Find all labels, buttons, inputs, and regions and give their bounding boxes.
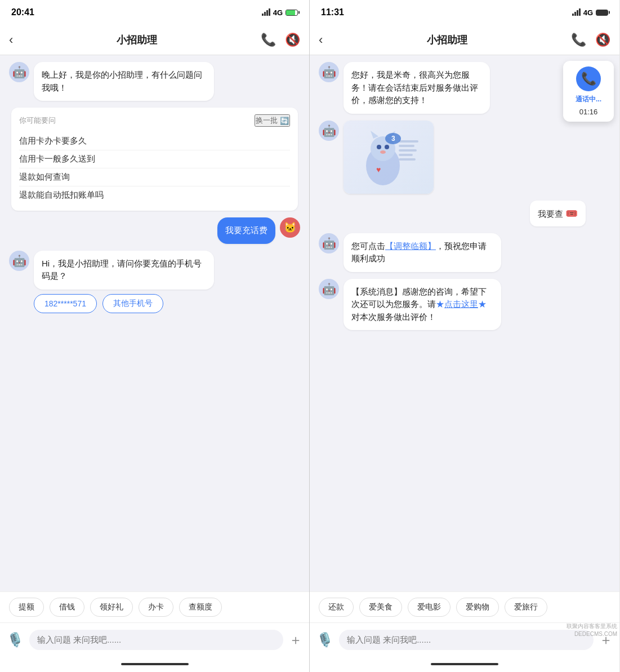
- left-nav-icons: 📞 🔇: [261, 33, 300, 47]
- left-user-bubble: 我要充话费: [217, 217, 275, 244]
- right-link-text1: 您可点击: [351, 241, 385, 251]
- svg-rect-11: [399, 158, 416, 161]
- left-status-icons: 4G: [262, 8, 298, 17]
- right-call-card[interactable]: 📞 通话中... 01:16: [563, 61, 614, 122]
- right-network-label: 4G: [583, 8, 593, 17]
- left-refresh-button[interactable]: 换一批 🔄: [255, 114, 290, 127]
- svg-point-5: [385, 145, 389, 149]
- left-home-bar: [121, 663, 189, 665]
- right-partial-icon: 🎟️: [565, 208, 578, 219]
- right-quick-btn-3[interactable]: 爱购物: [456, 598, 499, 617]
- left-back-button[interactable]: ‹: [9, 33, 13, 47]
- left-refresh-icon: 🔄: [280, 117, 289, 125]
- svg-point-4: [377, 145, 381, 149]
- left-suggestion-item-2[interactable]: 信用卡一般多久送到: [19, 150, 290, 168]
- left-quick-btn-0[interactable]: 提额: [9, 598, 44, 617]
- left-quick-btn-2[interactable]: 领好礼: [90, 598, 133, 617]
- right-status-bar: 11:31 4G: [310, 0, 619, 25]
- left-suggestion-item-1[interactable]: 信用卡办卡要多久: [19, 132, 290, 150]
- left-bot-avatar-1: 🤖: [9, 62, 29, 82]
- left-nav-title: 小招助理: [117, 33, 157, 47]
- left-battery-fill: [286, 10, 295, 15]
- left-bot-greeting-bubble: 晚上好，我是你的小招助理，有什么问题问我哦！: [34, 62, 214, 101]
- right-quick-btn-1[interactable]: 爱美食: [359, 598, 402, 617]
- right-bot-avatar-3: 🤖: [319, 233, 339, 253]
- left-phone-panel: 20:41 4G ‹ 小招助理 📞 🔇 🤖 晚上好，我是你的小招助理，有: [0, 0, 310, 672]
- right-call-label: 通话中...: [576, 95, 601, 104]
- watermark-line2: DEDECMS.COM: [567, 630, 617, 638]
- right-time: 11:31: [321, 7, 344, 17]
- left-suggestion-item-3[interactable]: 退款如何查询: [19, 168, 290, 186]
- right-bot-system-row: 🤖 【系统消息】感谢您的咨询，希望下次还可以为您服务。请★点击这里★对本次服务做…: [319, 279, 610, 331]
- svg-rect-9: [399, 149, 417, 152]
- left-suggestions-section: 你可能要问 换一批 🔄 信用卡办卡要多久 信用卡一般多久送到 退款如何查询 退款…: [11, 108, 298, 211]
- right-home-bar: [431, 663, 498, 665]
- left-quick-btn-3[interactable]: 办卡: [139, 598, 173, 617]
- right-battery-fill: [596, 10, 608, 15]
- right-bot-greeting-bubble: 您好，我是米奇，很高兴为您服务！请在会话结束后对服务做出评价，感谢您的支持！: [344, 62, 490, 114]
- left-chat-area: 🤖 晚上好，我是你的小招助理，有什么问题问我哦！ 你可能要问 换一批 🔄 信用卡…: [0, 55, 309, 591]
- svg-rect-7: [399, 140, 418, 143]
- right-bot-avatar-4: 🤖: [319, 279, 339, 299]
- right-bot-image-bubble: 3 ♥: [344, 121, 434, 194]
- right-system-text2: 对本次服务做出评价！: [351, 312, 436, 322]
- left-quick-bar: 提额 借钱 领好礼 办卡 查额度: [0, 591, 309, 622]
- right-partial-card: 我要查 🎟️: [530, 201, 586, 226]
- left-bot-reply-bubble: Hi，我是小招助理，请问你要充值的手机号码是？: [34, 251, 214, 290]
- right-signal-bars: [572, 9, 581, 16]
- left-network-label: 4G: [273, 8, 283, 17]
- left-suggestions-header: 你可能要问 换一批 🔄: [19, 114, 290, 127]
- left-bot-greeting-row: 🤖 晚上好，我是你的小招助理，有什么问题问我哦！: [9, 62, 300, 101]
- left-bot-reply-container: Hi，我是小招助理，请问你要充值的手机号码是？ 182*****571 其他手机…: [34, 251, 214, 313]
- right-input-field[interactable]: [339, 630, 594, 650]
- right-quick-bar: 还款 爱美食 爱电影 爱购物 爱旅行: [310, 591, 619, 622]
- right-nav-title: 小招助理: [427, 33, 467, 47]
- left-bot-reply-row: 🤖 Hi，我是小招助理，请问你要充值的手机号码是？ 182*****571 其他…: [9, 251, 300, 313]
- left-battery-icon: [286, 10, 298, 16]
- left-input-field[interactable]: [29, 630, 283, 650]
- left-plus-button[interactable]: ＋: [289, 631, 302, 649]
- left-phone-icon[interactable]: 📞: [261, 33, 276, 47]
- right-chat-area: 🤖 您好，我是米奇，很高兴为您服务！请在会话结束后对服务做出评价，感谢您的支持！…: [310, 55, 619, 591]
- right-bot-image-placeholder: 3 ♥: [344, 121, 434, 194]
- right-mute-icon[interactable]: 🔇: [595, 33, 610, 47]
- svg-text:♥: ♥: [376, 165, 381, 174]
- left-mic-button[interactable]: 🎙️: [7, 632, 24, 648]
- left-suggestion-item-4[interactable]: 退款能自动抵扣账单吗: [19, 186, 290, 204]
- right-link-anchor[interactable]: 【调整临额】: [385, 241, 436, 251]
- svg-point-6: [380, 150, 386, 154]
- right-system-star1: ★: [436, 299, 444, 309]
- right-system-link[interactable]: 点击这里: [444, 299, 478, 309]
- right-bot-image-row: 🤖: [319, 121, 610, 194]
- watermark: 联聚内容客客里系统 DEDECMS.COM: [567, 622, 617, 638]
- left-phone-option-1[interactable]: 182*****571: [34, 294, 97, 313]
- svg-marker-2: [371, 131, 378, 139]
- left-bot-avatar-2: 🤖: [9, 251, 29, 271]
- right-bot-link-row: 🤖 您可点击【调整临额】，预祝您申请顺利成功: [319, 233, 610, 272]
- right-call-icon: 📞: [576, 66, 601, 91]
- left-suggestions-label: 你可能要问: [19, 115, 56, 126]
- right-bot-link-bubble: 您可点击【调整临额】，预祝您申请顺利成功: [344, 233, 501, 272]
- right-bot-avatar-2: 🤖: [319, 121, 339, 141]
- left-option-buttons: 182*****571 其他手机号: [34, 294, 214, 313]
- left-mute-icon[interactable]: 🔇: [285, 33, 300, 47]
- right-bot-system-bubble: 【系统消息】感谢您的咨询，希望下次还可以为您服务。请★点击这里★对本次服务做出评…: [344, 279, 501, 331]
- left-quick-btn-4[interactable]: 查额度: [179, 598, 222, 617]
- right-nav-bar: ‹ 小招助理 📞 🔇: [310, 25, 619, 55]
- left-quick-btn-1[interactable]: 借钱: [50, 598, 84, 617]
- right-battery-icon: [596, 10, 608, 16]
- right-partial-text: 我要查: [538, 209, 563, 219]
- right-quick-btn-0[interactable]: 还款: [319, 598, 354, 617]
- left-signal-bars: [262, 9, 270, 16]
- right-quick-btn-4[interactable]: 爱旅行: [505, 598, 547, 617]
- left-user-avatar: 🐱: [280, 217, 300, 238]
- watermark-line1: 联聚内容客客里系统: [567, 622, 617, 630]
- right-quick-btn-2[interactable]: 爱电影: [408, 598, 450, 617]
- right-back-button[interactable]: ‹: [319, 33, 323, 47]
- right-status-icons: 4G: [572, 8, 608, 17]
- left-phone-option-2[interactable]: 其他手机号: [102, 294, 163, 313]
- left-refresh-label: 换一批: [256, 115, 278, 126]
- right-phone-icon[interactable]: 📞: [571, 33, 586, 47]
- right-mic-button[interactable]: 🎙️: [316, 632, 333, 648]
- right-bot-avatar-1: 🤖: [319, 62, 339, 82]
